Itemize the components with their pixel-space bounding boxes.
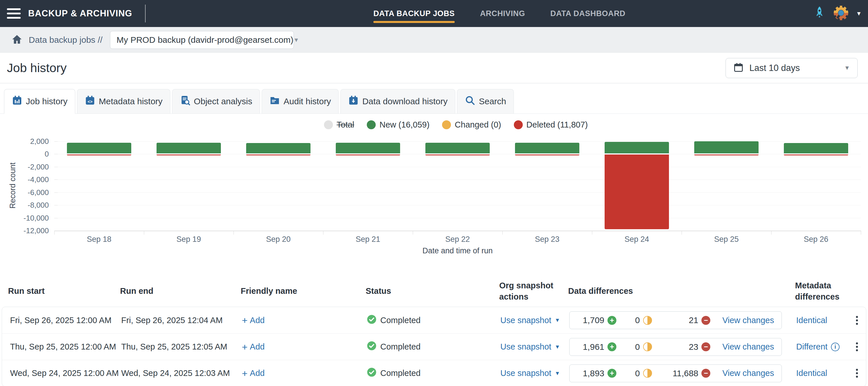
x-axis-tick	[861, 231, 861, 235]
job-selector-dropdown[interactable]: My PROD backup (davidr-prod@gearset.com)…	[110, 31, 294, 49]
metadata-differences-cell: Identical	[788, 316, 854, 325]
col-status: Status	[358, 286, 491, 297]
tab-search[interactable]: Search	[457, 89, 514, 114]
bar-new-sep21[interactable]	[336, 143, 400, 153]
added-count-group: 1,961+	[577, 342, 616, 352]
legend-item-total[interactable]: Total	[324, 120, 354, 130]
col-run-start: Run start	[0, 286, 112, 297]
y-axis-tick	[54, 205, 58, 205]
plus-icon: +	[242, 368, 248, 378]
x-tick-label: Sep 20	[234, 235, 323, 244]
add-friendly-name-button[interactable]: +Add	[242, 368, 265, 378]
rocket-icon[interactable]	[813, 5, 826, 22]
info-icon[interactable]: i	[831, 343, 840, 351]
metadata-diff-link[interactable]: Different	[796, 342, 828, 352]
bar-new-sep22[interactable]	[425, 143, 490, 153]
breadcrumb[interactable]: Data backup jobs //	[29, 35, 102, 45]
kebab-menu-icon[interactable]	[854, 314, 860, 326]
row-actions-cell	[854, 367, 866, 379]
legend-item-changed[interactable]: Changed (0)	[442, 120, 501, 130]
view-changes-link[interactable]: View changes	[722, 316, 774, 325]
kebab-menu-icon[interactable]	[854, 341, 860, 353]
bar-deleted-sep23[interactable]	[515, 155, 579, 155]
tab-metadata-history[interactable]: <>Metadata history	[77, 89, 170, 114]
run-start-cell: Wed, Sep 24, 2025 12:00 AM	[2, 368, 113, 378]
data-differences-box: 1,893+011,688−View changes	[569, 364, 782, 382]
x-tick-label: Sep 18	[54, 235, 144, 244]
y-tick-label: -10,000	[3, 214, 49, 223]
bar-deleted-sep22[interactable]	[425, 155, 490, 155]
tab-job-history[interactable]: Job history	[4, 89, 75, 114]
metadata-diff-link[interactable]: Identical	[796, 368, 827, 378]
col-data-differences: Data differences	[560, 286, 787, 297]
bar-new-sep20[interactable]	[246, 143, 310, 153]
legend-item-deleted[interactable]: Deleted (11,807)	[514, 120, 588, 130]
gearset-logo-icon[interactable]	[833, 5, 849, 22]
folder-icon	[270, 95, 280, 108]
table-row: Wed, Sep 24, 2025 12:00 AMWed, Sep 24, 2…	[2, 360, 866, 386]
added-count-group: 1,709+	[577, 315, 616, 325]
data-differences-box: 1,709+021−View changes	[569, 311, 782, 329]
calendar-download-icon	[348, 95, 359, 108]
bar-new-sep26[interactable]	[784, 143, 848, 153]
changed-count-group: 0	[628, 368, 652, 378]
home-icon[interactable]	[11, 34, 22, 46]
bar-deleted-sep24[interactable]	[604, 155, 669, 229]
friendly-name-cell: +Add	[234, 315, 359, 325]
topnav-item-data-dashboard[interactable]: DATA DASHBOARD	[550, 0, 625, 27]
metadata-diff-link[interactable]: Identical	[796, 316, 827, 325]
bar-new-sep24[interactable]	[604, 142, 669, 153]
x-axis-tick	[234, 231, 234, 235]
date-range-dropdown[interactable]: Last 10 days ▼	[725, 58, 858, 78]
tab-audit-history[interactable]: Audit history	[262, 89, 339, 114]
bar-deleted-sep25[interactable]	[694, 155, 758, 155]
bar-deleted-sep26[interactable]	[784, 155, 848, 155]
bar-deleted-sep21[interactable]	[336, 155, 400, 155]
topbar-nav: DATA BACKUP JOBSARCHIVINGDATA DASHBOARD	[373, 0, 625, 27]
use-snapshot-dropdown[interactable]: Use snapshot	[500, 368, 551, 378]
breadcrumb-bar: Data backup jobs // My PROD backup (davi…	[0, 27, 868, 53]
data-differences-cell: 1,709+021−View changes	[561, 311, 788, 329]
bar-new-sep25[interactable]	[694, 141, 758, 153]
legend-item-new[interactable]: New (16,059)	[367, 120, 429, 130]
bar-new-sep19[interactable]	[157, 143, 221, 153]
run-start-cell: Fri, Sep 26, 2025 12:00 AM	[2, 316, 113, 325]
add-friendly-name-button[interactable]: +Add	[242, 342, 265, 352]
tab-object-analysis[interactable]: Object analysis	[172, 89, 260, 114]
tab-data-download-history[interactable]: Data download history	[340, 89, 455, 114]
chart-gridline	[54, 180, 861, 180]
bar-deleted-sep20[interactable]	[246, 155, 310, 155]
topnav-item-data-backup-jobs[interactable]: DATA BACKUP JOBS	[373, 0, 455, 27]
view-changes-link[interactable]: View changes	[722, 342, 774, 352]
bar-new-sep23[interactable]	[515, 143, 579, 153]
kebab-menu-icon[interactable]	[854, 367, 860, 379]
use-snapshot-caret-icon[interactable]: ▼	[555, 344, 560, 350]
bar-new-sep18[interactable]	[67, 143, 131, 153]
use-snapshot-caret-icon[interactable]: ▼	[555, 317, 560, 323]
calendar-code-icon: <>	[85, 95, 95, 108]
data-differences-cell: 1,893+011,688−View changes	[561, 364, 788, 382]
added-count: 1,709	[577, 315, 604, 325]
x-axis-tick	[323, 231, 323, 235]
date-range-value: Last 10 days	[749, 63, 800, 73]
bar-deleted-sep19[interactable]	[157, 155, 221, 155]
view-changes-link[interactable]: View changes	[722, 368, 774, 378]
data-differences-cell: 1,961+023−View changes	[561, 338, 788, 356]
hamburger-menu-icon[interactable]	[7, 8, 21, 19]
tab-label: Audit history	[283, 96, 331, 106]
added-plus-icon: +	[608, 342, 616, 351]
changed-count-group: 0	[628, 315, 652, 325]
add-friendly-name-button[interactable]: +Add	[242, 315, 265, 325]
changed-half-icon	[643, 316, 652, 325]
col-org-snapshot-actions: Org snapshot actions	[491, 280, 560, 302]
use-snapshot-dropdown[interactable]: Use snapshot	[500, 316, 551, 325]
topnav-item-archiving[interactable]: ARCHIVING	[480, 0, 525, 27]
use-snapshot-caret-icon[interactable]: ▼	[555, 370, 560, 377]
bar-deleted-sep18[interactable]	[67, 155, 131, 155]
legend-swatch-changed	[442, 120, 451, 129]
x-tick-label: Sep 19	[144, 235, 234, 244]
use-snapshot-dropdown[interactable]: Use snapshot	[500, 342, 551, 352]
x-axis-tick	[771, 231, 772, 235]
account-dropdown-caret-icon[interactable]: ▼	[856, 10, 862, 17]
added-count: 1,893	[577, 368, 604, 378]
